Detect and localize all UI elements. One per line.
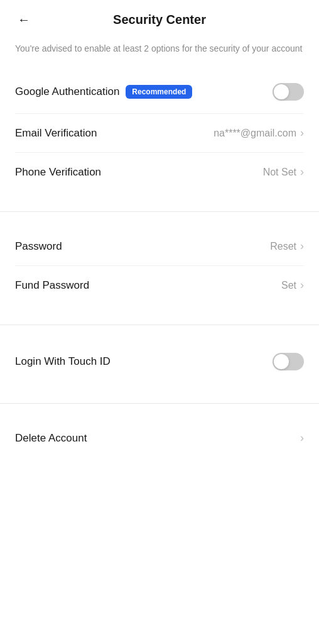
fund-password-left: Fund Password: [15, 279, 89, 292]
phone-verification-label: Phone Verification: [15, 166, 101, 179]
password-label: Password: [15, 240, 62, 253]
touch-id-toggle[interactable]: [273, 353, 304, 370]
google-auth-right: [273, 83, 304, 101]
back-button[interactable]: ←: [15, 10, 33, 30]
subtitle-text: You're advised to enable at least 2 opti…: [0, 37, 319, 70]
phone-verification-value: Not Set: [263, 167, 296, 178]
biometric-section: Login With Touch ID: [0, 340, 319, 383]
password-left: Password: [15, 240, 62, 253]
divider-3: [0, 403, 319, 404]
email-verification-left: Email Verification: [15, 127, 97, 140]
fund-password-row[interactable]: Fund Password Set ›: [15, 266, 304, 304]
touch-id-row[interactable]: Login With Touch ID: [15, 340, 304, 383]
password-section: Password Reset › Fund Password Set ›: [0, 227, 319, 304]
header: ← Security Center: [0, 0, 319, 37]
email-verification-right: na****@gmail.com ›: [214, 126, 304, 140]
touch-id-left: Login With Touch ID: [15, 355, 111, 368]
phone-verification-right: Not Set ›: [263, 165, 304, 179]
email-verification-row[interactable]: Email Verification na****@gmail.com ›: [15, 114, 304, 153]
email-chevron-icon: ›: [300, 126, 304, 140]
auth-section: Google Authentication Recommended Email …: [0, 70, 319, 191]
password-value: Reset: [270, 241, 296, 252]
phone-chevron-icon: ›: [300, 165, 304, 179]
delete-account-right: ›: [300, 431, 304, 445]
password-chevron-icon: ›: [300, 240, 304, 253]
delete-account-label: Delete Account: [15, 432, 87, 445]
page-title: Security Center: [113, 13, 206, 27]
google-auth-label: Google Authentication: [15, 86, 119, 98]
delete-account-chevron-icon: ›: [300, 431, 304, 445]
phone-verification-row[interactable]: Phone Verification Not Set ›: [15, 153, 304, 191]
phone-verification-left: Phone Verification: [15, 166, 101, 179]
google-auth-left: Google Authentication Recommended: [15, 85, 192, 99]
google-auth-row[interactable]: Google Authentication Recommended: [15, 70, 304, 114]
fund-password-label: Fund Password: [15, 279, 89, 292]
divider-1: [0, 211, 319, 212]
password-row[interactable]: Password Reset ›: [15, 227, 304, 266]
delete-account-left: Delete Account: [15, 432, 87, 445]
divider-2: [0, 325, 319, 325]
email-verification-value: na****@gmail.com: [214, 128, 296, 139]
account-section: Delete Account ›: [0, 419, 319, 457]
delete-account-row[interactable]: Delete Account ›: [15, 419, 304, 457]
google-auth-toggle[interactable]: [273, 83, 304, 101]
touch-id-label: Login With Touch ID: [15, 355, 111, 368]
fund-password-value: Set: [281, 280, 296, 291]
back-icon: ←: [18, 13, 30, 27]
touch-id-right: [273, 353, 304, 370]
fund-password-right: Set ›: [281, 279, 304, 292]
email-verification-label: Email Verification: [15, 127, 97, 140]
password-right: Reset ›: [270, 240, 304, 253]
recommended-badge: Recommended: [126, 85, 192, 99]
fund-password-chevron-icon: ›: [300, 279, 304, 292]
